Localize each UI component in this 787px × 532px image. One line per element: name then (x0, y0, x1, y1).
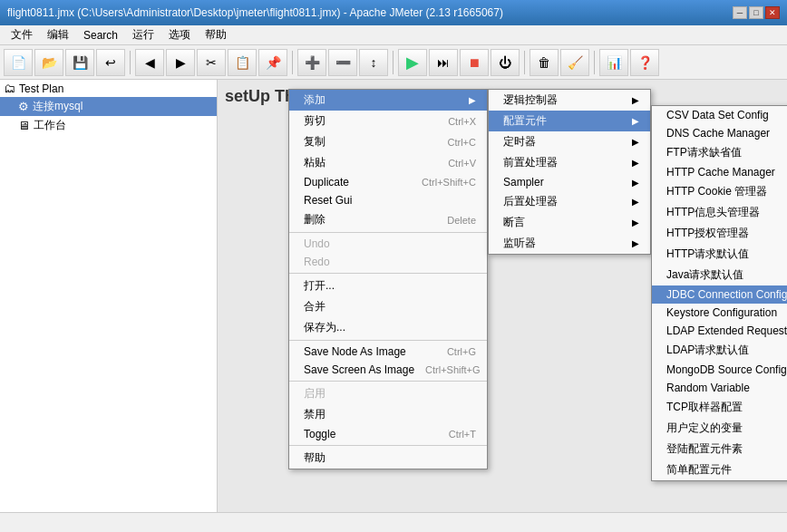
revert-button[interactable]: ↩ (96, 49, 125, 76)
ctx-httpauth-label: HTTP授权管理器 (666, 226, 749, 241)
clear-all-button[interactable]: 🧹 (560, 49, 589, 76)
ctx-httpcache[interactable]: HTTP Cache Manager (652, 163, 787, 181)
ctx-enable[interactable]: 启用 (289, 383, 487, 404)
ctx-csv[interactable]: CSV Data Set Config (652, 106, 787, 124)
collapse-button[interactable]: ➖ (328, 49, 357, 76)
start-button[interactable]: ▶ (398, 49, 427, 76)
ctx-jdbc[interactable]: JDBC Connection Configuration (652, 285, 787, 304)
toolbar-sep-4 (524, 51, 525, 74)
ctx-httpauth[interactable]: HTTP授权管理器 (652, 223, 787, 244)
ctx-tcp[interactable]: TCP取样器配置 (652, 397, 787, 418)
ctx-delete-shortcut: Delete (447, 215, 476, 226)
ctx-copy[interactable]: 复制 Ctrl+C (289, 131, 487, 152)
cut-button[interactable]: ✂ (197, 49, 226, 76)
ctx-listener[interactable]: 监听器 ▶ (489, 233, 650, 254)
toolbar-sep-1 (130, 51, 131, 74)
ctx-redo[interactable]: Redo (289, 253, 487, 271)
expand-button[interactable]: ➕ (297, 49, 326, 76)
ctx-savenodeimg-shortcut: Ctrl+G (447, 346, 476, 357)
redo-button[interactable]: ▶ (166, 49, 195, 76)
ctx-toggle[interactable]: Toggle Ctrl+T (289, 425, 487, 443)
report-button[interactable]: 📊 (599, 49, 628, 76)
ctx-config-element[interactable]: 配置元件 ▶ (489, 111, 650, 131)
menu-file[interactable]: 文件 (4, 25, 40, 44)
ctx-copy-label: 复制 (304, 134, 325, 150)
minimize-button[interactable]: ─ (733, 6, 747, 19)
ctx-uservar-label: 用户定义的变量 (666, 421, 743, 436)
ctx-ldap[interactable]: LDAP请求默认值 (652, 340, 787, 361)
ctx-saveas[interactable]: 保存为... (289, 317, 487, 338)
ctx-httpcache-label: HTTP Cache Manager (666, 166, 775, 179)
context-menu-l2[interactable]: 逻辑控制器 ▶ 配置元件 ▶ 定时器 ▶ 前置处理器 ▶ Sampler ▶ (488, 89, 651, 255)
ctx-savenodeimg[interactable]: Save Node As Image Ctrl+G (289, 343, 487, 361)
open-button[interactable]: 📂 (34, 49, 63, 76)
ctx-random[interactable]: Random Variable (652, 379, 787, 397)
ctx-open[interactable]: 打开... (289, 276, 487, 296)
stop-button[interactable]: ⏹ (460, 49, 489, 76)
ctx-savescreenimg-label: Save Screen As Image (304, 363, 414, 376)
ctx-cut-label: 剪切 (304, 113, 325, 129)
tree-item-workbench[interactable]: 🖥 工作台 (0, 116, 217, 135)
ctx-preprocessor[interactable]: 前置处理器 ▶ (489, 152, 650, 173)
context-menu-l1[interactable]: 添加 ▶ 剪切 Ctrl+X 复制 Ctrl+C 粘贴 Ctrl+V Dupli… (288, 89, 488, 469)
copy-button[interactable]: 📋 (228, 49, 257, 76)
ctx-delete-label: 删除 (304, 212, 325, 227)
menu-run[interactable]: 运行 (125, 25, 161, 44)
ctx-httpcookie[interactable]: HTTP Cookie 管理器 (652, 181, 787, 202)
ctx-timer[interactable]: 定时器 ▶ (489, 131, 650, 152)
help-button[interactable]: ❓ (630, 49, 659, 76)
ctx-httpheader[interactable]: HTTP信息头管理器 (652, 202, 787, 223)
save-button[interactable]: 💾 (65, 49, 94, 76)
ctx-disable[interactable]: 禁用 (289, 404, 487, 425)
status-bar (0, 512, 787, 532)
mysql-icon: ⚙ (18, 100, 29, 113)
ctx-sampler-label: Sampler (503, 176, 544, 189)
ctx-ldapext[interactable]: LDAP Extended Request Defaults (652, 322, 787, 340)
tree-item-testplan[interactable]: 🗂 Test Plan (0, 80, 217, 97)
ctx-delete[interactable]: 删除 Delete (289, 209, 487, 230)
ctx-add[interactable]: 添加 ▶ (289, 90, 487, 111)
tree-item-mysql[interactable]: ⚙ 连接mysql (0, 97, 217, 116)
new-button[interactable]: 📄 (4, 49, 33, 76)
ctx-uservar[interactable]: 用户定义的变量 (652, 418, 787, 439)
undo-button[interactable]: ◀ (135, 49, 164, 76)
start-no-pause-button[interactable]: ⏭ (429, 49, 458, 76)
ctx-undo[interactable]: Undo (289, 235, 487, 253)
ctx-timer-label: 定时器 (503, 134, 536, 150)
ctx-help[interactable]: 帮助 (289, 448, 487, 469)
tree-item-testplan-label: Test Plan (19, 82, 63, 95)
ctx-mongodb[interactable]: MongoDB Source Config (652, 361, 787, 379)
ctx-loginconfig[interactable]: 登陆配置元件素 (652, 439, 787, 459)
ctx-resetgui[interactable]: Reset Gui (289, 191, 487, 209)
ctx-keystore[interactable]: Keystore Configuration (652, 304, 787, 322)
ctx-dns[interactable]: DNS Cache Manager (652, 124, 787, 142)
shutdown-button[interactable]: ⏻ (491, 49, 520, 76)
toggle-button[interactable]: ↕ (359, 49, 388, 76)
paste-button[interactable]: 📌 (258, 49, 287, 76)
ctx-savescreenimg[interactable]: Save Screen As Image Ctrl+Shift+G (289, 361, 487, 379)
menu-edit[interactable]: 编辑 (40, 25, 76, 44)
ctx-javadefault[interactable]: Java请求默认值 (652, 265, 787, 285)
maximize-button[interactable]: □ (749, 6, 763, 19)
clear-button[interactable]: 🗑 (530, 49, 559, 76)
ctx-assertion[interactable]: 断言 ▶ (489, 212, 650, 233)
ctx-logic-controller[interactable]: 逻辑控制器 ▶ (489, 90, 650, 111)
ctx-sampler[interactable]: Sampler ▶ (489, 173, 650, 191)
ctx-duplicate[interactable]: Duplicate Ctrl+Shift+C (289, 173, 487, 191)
ctx-cut[interactable]: 剪切 Ctrl+X (289, 111, 487, 131)
ctx-simpleconfig[interactable]: 简单配置元件 (652, 459, 787, 480)
ctx-ftp[interactable]: FTP请求缺省值 (652, 142, 787, 163)
toolbar-sep-5 (594, 51, 595, 74)
toolbar-sep-2 (292, 51, 293, 74)
ctx-copy-shortcut: Ctrl+C (448, 137, 476, 148)
close-button[interactable]: ✕ (765, 6, 780, 19)
menu-help[interactable]: 帮助 (198, 25, 234, 44)
menu-search[interactable]: Search (76, 27, 125, 44)
main-layout: 🗂 Test Plan ⚙ 连接mysql 🖥 工作台 setUp Thread… (0, 80, 787, 512)
context-menu-l3[interactable]: CSV Data Set Config DNS Cache Manager FT… (651, 105, 787, 481)
ctx-paste[interactable]: 粘贴 Ctrl+V (289, 152, 487, 173)
menu-options[interactable]: 选项 (161, 25, 198, 44)
ctx-postprocessor[interactable]: 后置处理器 ▶ (489, 191, 650, 212)
ctx-httpdefault[interactable]: HTTP请求默认值 (652, 244, 787, 265)
ctx-merge[interactable]: 合并 (289, 296, 487, 317)
